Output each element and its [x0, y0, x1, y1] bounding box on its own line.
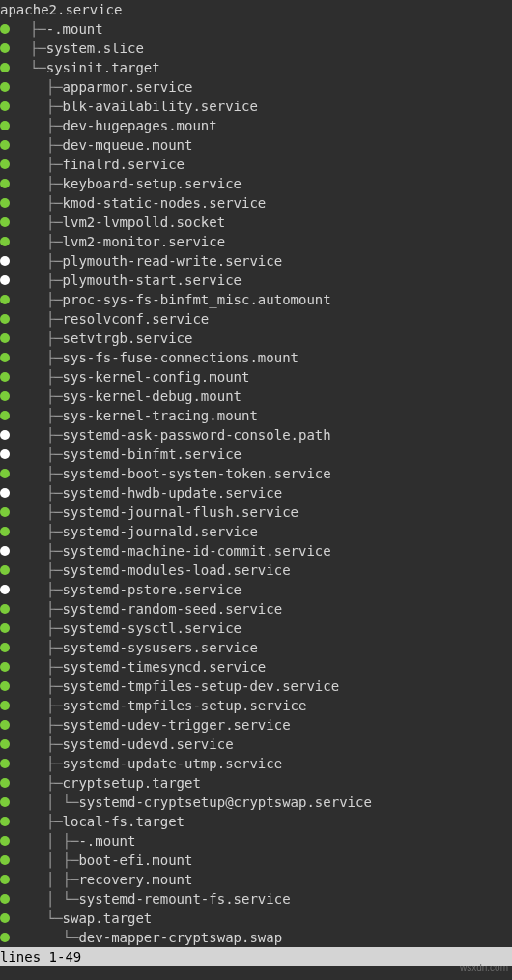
tree-connector: ├─ [14, 271, 63, 290]
status-dot-icon [0, 855, 10, 865]
unit-name: systemd-journal-flush.service [63, 503, 299, 522]
tree-connector: ├─ [14, 135, 63, 155]
unit-name: dev-mapper-cryptswap.swap [78, 928, 282, 947]
tree-row: ├─systemd-sysctl.service [0, 619, 512, 638]
tree-row: └─dev-mapper-cryptswap.swap [0, 928, 512, 947]
unit-name: systemd-udevd.service [63, 735, 234, 754]
status-dot-icon [0, 295, 10, 304]
status-dot-icon [0, 449, 10, 459]
tree-connector: │ ├─ [14, 831, 78, 850]
status-dot-icon [0, 797, 10, 807]
status-dot-icon [0, 894, 10, 904]
unit-name: systemd-cryptsetup@cryptswap.service [78, 793, 371, 812]
unit-name: systemd-udev-trigger.service [63, 715, 291, 735]
tree-row: ├─systemd-udevd.service [0, 735, 512, 754]
unit-name: apache2.service [0, 0, 122, 19]
tree-row: ├─systemd-ask-password-console.path [0, 425, 512, 445]
tree-connector: ├─ [14, 116, 63, 135]
status-dot-icon [0, 256, 10, 266]
unit-name: systemd-sysusers.service [63, 638, 258, 657]
status-dot-icon [0, 24, 10, 34]
unit-name: plymouth-start.service [63, 271, 242, 290]
tree-row: ├─systemd-tmpfiles-setup.service [0, 696, 512, 715]
tree-row: └─sysinit.target [0, 58, 512, 77]
unit-name: plymouth-read-write.service [63, 251, 283, 271]
pager-status-bar: lines 1-49 [0, 947, 512, 966]
unit-name: cryptsetup.target [63, 773, 201, 793]
unit-name: systemd-hwdb-update.service [63, 483, 283, 503]
tree-row: │ └─systemd-cryptsetup@cryptswap.service [0, 793, 512, 812]
status-dot-icon [0, 565, 10, 575]
tree-connector: ├─ [14, 39, 46, 58]
tree-row: ├─dev-hugepages.mount [0, 116, 512, 135]
tree-connector: ├─ [14, 503, 63, 522]
unit-name: sys-fs-fuse-connections.mount [63, 348, 299, 367]
tree-row: ├─-.mount [0, 19, 512, 39]
tree-row: ├─systemd-hwdb-update.service [0, 483, 512, 503]
tree-row: ├─systemd-boot-system-token.service [0, 464, 512, 483]
status-dot-icon [0, 759, 10, 768]
tree-connector: ├─ [14, 638, 63, 657]
unit-name: systemd-boot-system-token.service [63, 464, 331, 483]
tree-connector: ├─ [14, 599, 63, 619]
unit-name: sysinit.target [46, 58, 160, 77]
unit-name: finalrd.service [63, 155, 185, 174]
status-dot-icon [0, 585, 10, 594]
unit-name: setvtrgb.service [63, 329, 193, 348]
status-dot-icon [0, 913, 10, 923]
status-dot-icon [0, 391, 10, 401]
unit-name: lvm2-lvmpolld.socket [63, 213, 226, 232]
tree-connector: ├─ [14, 309, 63, 329]
status-dot-icon [0, 662, 10, 672]
tree-row: ├─systemd-journal-flush.service [0, 503, 512, 522]
status-dot-icon [0, 121, 10, 130]
tree-row: ├─systemd-machine-id-commit.service [0, 541, 512, 561]
pager-lines-text: lines 1-49 [0, 949, 81, 965]
unit-name: systemd-update-utmp.service [63, 754, 283, 773]
status-dot-icon [0, 720, 10, 730]
status-dot-icon [0, 198, 10, 208]
tree-connector: ├─ [14, 232, 63, 251]
unit-name: recovery.mount [78, 870, 192, 889]
tree-connector: ├─ [14, 251, 63, 271]
status-dot-icon [0, 372, 10, 382]
status-dot-icon [0, 237, 10, 246]
unit-name: boot-efi.mount [78, 850, 192, 870]
unit-name: apparmor.service [63, 77, 193, 97]
tree-row: ├─finalrd.service [0, 155, 512, 174]
unit-name: dev-mqueue.mount [63, 135, 193, 155]
tree-connector: ├─ [14, 522, 63, 541]
status-dot-icon [0, 875, 10, 884]
status-dot-icon [0, 507, 10, 517]
tree-row: ├─systemd-modules-load.service [0, 561, 512, 580]
tree-row: │ ├─-.mount [0, 831, 512, 850]
tree-row: ├─setvtrgb.service [0, 329, 512, 348]
tree-connector: ├─ [14, 348, 63, 367]
tree-row: ├─proc-sys-fs-binfmt_misc.automount [0, 290, 512, 309]
tree-connector: ├─ [14, 445, 63, 464]
unit-name: systemd-binfmt.service [63, 445, 242, 464]
status-dot-icon [0, 488, 10, 498]
status-dot-icon [0, 430, 10, 440]
unit-name: keyboard-setup.service [63, 174, 242, 193]
status-dot-icon [0, 140, 10, 150]
tree-connector: │ ├─ [14, 850, 78, 870]
unit-name: swap.target [63, 908, 153, 928]
tree-connector: ├─ [14, 715, 63, 735]
status-dot-icon [0, 101, 10, 111]
unit-name: systemd-random-seed.service [63, 599, 283, 619]
tree-row: │ └─systemd-remount-fs.service [0, 889, 512, 908]
status-dot-icon [0, 643, 10, 652]
tree-row: ├─systemd-binfmt.service [0, 445, 512, 464]
unit-name: resolvconf.service [63, 309, 210, 329]
tree-connector: ├─ [14, 19, 46, 39]
status-dot-icon [0, 778, 10, 788]
tree-row: ├─lvm2-monitor.service [0, 232, 512, 251]
unit-name: proc-sys-fs-binfmt_misc.automount [63, 290, 331, 309]
tree-row: ├─systemd-journald.service [0, 522, 512, 541]
tree-row: ├─resolvconf.service [0, 309, 512, 329]
tree-connector: ├─ [14, 193, 63, 213]
tree-row: ├─apparmor.service [0, 77, 512, 97]
tree-row: ├─cryptsetup.target [0, 773, 512, 793]
unit-name: blk-availability.service [63, 97, 258, 116]
